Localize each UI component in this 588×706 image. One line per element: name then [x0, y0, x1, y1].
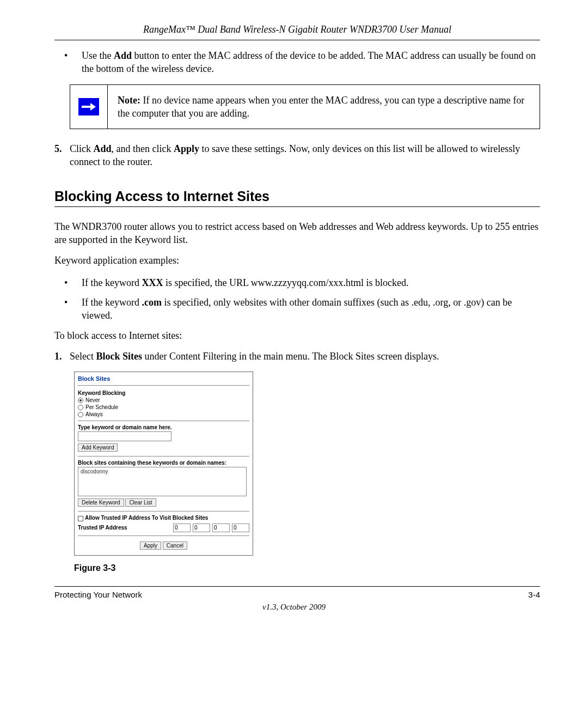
trusted-ip-row: Trusted IP Address 0 0 0 0: [78, 524, 249, 532]
allow-trusted-label: Allow Trusted IP Address To Visit Blocke…: [85, 515, 208, 521]
section-rule: [54, 206, 540, 207]
radio-label: Per Schedule: [85, 404, 118, 410]
text: is specified, the URL www.zzzyyqq.com/xx…: [163, 277, 408, 288]
trusted-ip-fields: 0 0 0 0: [173, 524, 249, 532]
bold-xxx: XXX: [142, 277, 163, 288]
clear-list-button[interactable]: Clear List: [125, 498, 156, 507]
bullet-item: Use the Add button to enter the MAC addr…: [54, 49, 540, 76]
numbered-list: 5. Click Add, and then click Apply to sa…: [54, 142, 540, 169]
separator: [78, 535, 249, 536]
keyword-blocking-label: Keyword Blocking: [78, 390, 249, 396]
delete-keyword-button[interactable]: Delete Keyword: [78, 498, 124, 507]
block-steps: 1. Select Block Sites under Content Filt…: [54, 350, 540, 363]
trusted-ip-label: Trusted IP Address: [78, 525, 127, 531]
footer-left: Protecting Your Network: [54, 590, 142, 599]
text: Click: [70, 143, 94, 154]
intro-paragraph: The WNDR3700 router allows you to restri…: [54, 220, 540, 247]
note-icon-cell: [70, 84, 107, 130]
text: If the keyword: [82, 277, 142, 288]
step-number: 1.: [54, 350, 62, 363]
note-text: Note: If no device name appears when you…: [107, 84, 540, 130]
text: If the keyword: [82, 297, 142, 308]
figure-caption: Figure 3-3: [74, 563, 540, 573]
page-content: Use the Add button to enter the MAC addr…: [54, 49, 540, 573]
text: , and then click: [112, 143, 174, 154]
screenshot-wrap: Block Sites Keyword Blocking Never Per S…: [74, 372, 540, 555]
bold-add: Add: [114, 50, 132, 61]
radio-icon: [78, 412, 83, 417]
block-list-label: Block sites containing these keywords or…: [78, 460, 249, 466]
keyword-listbox[interactable]: discodonny: [78, 467, 247, 496]
example-item: If the keyword .com is specified, only w…: [54, 296, 540, 322]
text: button to enter the MAC address of the d…: [82, 50, 536, 74]
to-block-label: To block access to Internet sites:: [54, 329, 540, 342]
footer-version: v1.3, October 2009: [46, 602, 542, 612]
screenshot-title: Block Sites: [78, 375, 249, 386]
footer-rule: [54, 586, 540, 587]
ip-octet-input[interactable]: 0: [212, 524, 230, 532]
screenshot-footer: Apply Cancel: [78, 540, 249, 551]
step-number: 5.: [54, 142, 62, 155]
examples-list: If the keyword XXX is specified, the URL…: [54, 276, 540, 322]
page-header: RangeMax™ Dual Band Wireless-N Gigabit R…: [54, 24, 540, 40]
cancel-button[interactable]: Cancel: [163, 541, 187, 550]
radio-icon: [78, 398, 83, 403]
bold-apply: Apply: [174, 143, 199, 154]
apply-button[interactable]: Apply: [140, 541, 161, 550]
ip-octet-input[interactable]: 0: [193, 524, 210, 532]
block-sites-screenshot: Block Sites Keyword Blocking Never Per S…: [74, 372, 253, 555]
example-item: If the keyword XXX is specified, the URL…: [54, 276, 540, 289]
checkbox-icon: [78, 516, 83, 521]
step-1: 1. Select Block Sites under Content Filt…: [54, 350, 540, 363]
add-keyword-button[interactable]: Add Keyword: [78, 443, 118, 452]
note-box: Note: If no device name appears when you…: [70, 84, 540, 130]
text: Select: [70, 351, 96, 362]
bullet-list: Use the Add button to enter the MAC addr…: [54, 49, 540, 76]
text: Use the: [82, 50, 114, 61]
type-keyword-label: Type keyword or domain name here.: [78, 424, 249, 430]
radio-never[interactable]: Never: [78, 397, 249, 403]
section-heading: Blocking Access to Internet Sites: [54, 188, 540, 204]
separator: [78, 456, 249, 457]
separator: [78, 421, 249, 421]
footer-row: Protecting Your Network 3-4: [54, 590, 540, 599]
step-5: 5. Click Add, and then click Apply to sa…: [54, 142, 540, 169]
bold-block-sites: Block Sites: [96, 351, 142, 362]
examples-label: Keyword application examples:: [54, 254, 540, 267]
footer-right: 3-4: [528, 590, 540, 599]
arrow-right-icon: [78, 98, 99, 115]
note-label: Note:: [118, 95, 140, 106]
radio-icon: [78, 405, 83, 410]
bold-add: Add: [94, 143, 112, 154]
allow-trusted-row[interactable]: Allow Trusted IP Address To Visit Blocke…: [78, 515, 249, 521]
note-body: If no device name appears when you enter…: [118, 95, 524, 119]
text: under Content Filtering in the main menu…: [142, 351, 439, 362]
ip-octet-input[interactable]: 0: [173, 524, 191, 532]
ip-octet-input[interactable]: 0: [232, 524, 249, 532]
keyword-input[interactable]: [78, 431, 171, 441]
radio-label: Always: [85, 411, 103, 417]
radio-always[interactable]: Always: [78, 411, 249, 417]
radio-label: Never: [85, 397, 100, 403]
list-item: discodonny: [81, 468, 108, 474]
bold-com: .com: [142, 297, 161, 308]
separator: [78, 511, 249, 512]
radio-per-schedule[interactable]: Per Schedule: [78, 404, 249, 410]
